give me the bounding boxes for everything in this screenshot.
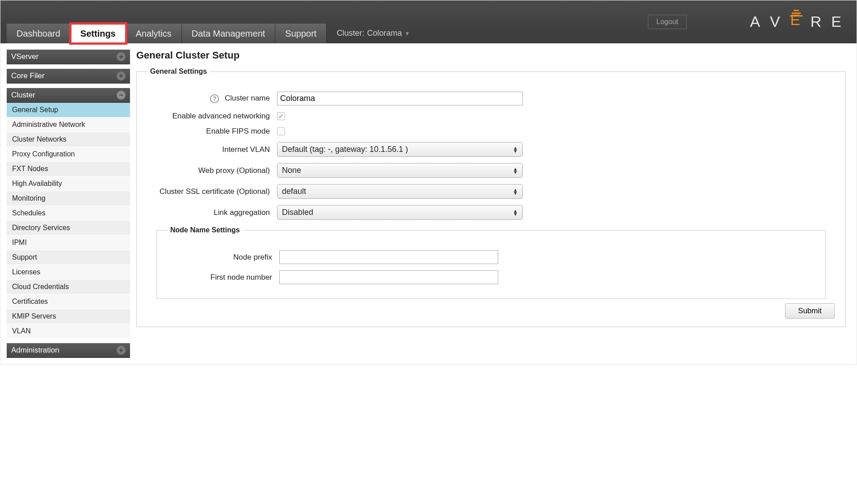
brand-logo: A V E R E: [750, 13, 843, 30]
main-content: General Cluster Setup General Settings ?…: [136, 50, 850, 358]
sidebar-item-licenses[interactable]: Licenses: [7, 265, 130, 280]
sidebar-item-vlan[interactable]: VLAN: [7, 324, 130, 339]
sidebar-section-vserver[interactable]: VServer: [7, 50, 130, 64]
updown-icon: ▲▼: [513, 210, 518, 216]
main-tabs: Dashboard Settings Analytics Data Manage…: [7, 24, 410, 43]
proxy-value: None: [282, 166, 301, 175]
tab-analytics[interactable]: Analytics: [126, 24, 182, 43]
chevron-down-icon: ▼: [404, 30, 410, 37]
logo-letter: E: [831, 13, 843, 30]
fips-checkbox[interactable]: [277, 127, 285, 135]
sidebar-section-label: Administration: [11, 346, 59, 355]
link-agg-label: Link aggregation: [147, 208, 277, 217]
plus-icon: [117, 52, 126, 61]
tab-data-management[interactable]: Data Management: [182, 24, 276, 43]
proxy-select[interactable]: None ▲▼: [277, 163, 523, 178]
general-settings-group: General Settings ? Cluster name Enable a…: [136, 67, 846, 327]
adv-networking-label: Enable advanced networking: [147, 112, 277, 121]
general-settings-legend: General Settings: [147, 67, 210, 76]
cluster-selector[interactable]: Cluster: Colorama ▼: [327, 29, 410, 43]
cluster-prefix: Cluster:: [336, 29, 364, 38]
node-settings-legend: Node Name Settings: [168, 226, 243, 234]
top-header: Logout A V E R E Dashboard Settings Anal…: [0, 0, 857, 43]
adv-networking-checkbox[interactable]: [277, 112, 285, 120]
first-node-label: First node number: [168, 273, 279, 282]
link-agg-value: Disabled: [282, 208, 313, 217]
fips-label: Enable FIPS mode: [147, 127, 277, 136]
ssl-value: default: [282, 187, 306, 196]
tab-support[interactable]: Support: [275, 24, 327, 43]
ssl-label: Cluster SSL certificate (Optional): [147, 187, 277, 196]
link-agg-select[interactable]: Disabled ▲▼: [277, 205, 523, 220]
logo-letter: A: [750, 13, 762, 30]
node-prefix-label: Node prefix: [168, 253, 279, 262]
node-prefix-input[interactable]: [279, 250, 498, 264]
logo-letter: R: [811, 13, 823, 30]
sidebar-section-cluster[interactable]: Cluster: [7, 88, 130, 103]
tab-settings[interactable]: Settings: [71, 24, 126, 43]
vlan-value: Default (tag: -, gateway: 10.1.56.1 ): [282, 145, 408, 154]
sidebar-item-proxy-config[interactable]: Proxy Configuration: [7, 147, 130, 162]
cluster-name-label: ? Cluster name: [147, 94, 277, 103]
help-icon[interactable]: ?: [210, 94, 219, 103]
submit-button[interactable]: Submit: [785, 303, 835, 319]
first-node-input[interactable]: [279, 270, 498, 284]
sidebar-item-cloud-credentials[interactable]: Cloud Credentials: [7, 280, 130, 294]
vlan-select[interactable]: Default (tag: -, gateway: 10.1.56.1 ) ▲▼: [277, 142, 523, 157]
sidebar-item-general-setup[interactable]: General Setup: [7, 103, 130, 118]
sidebar-item-cluster-networks[interactable]: Cluster Networks: [7, 132, 130, 147]
logo-letter: V: [770, 13, 782, 30]
updown-icon: ▲▼: [513, 168, 518, 174]
sidebar-section-label: Cluster: [11, 91, 35, 100]
sidebar-cluster-items: General Setup Administrative Network Clu…: [7, 103, 130, 339]
sidebar-section-label: VServer: [11, 52, 38, 61]
sidebar-item-monitoring[interactable]: Monitoring: [7, 191, 130, 206]
sidebar-section-administration[interactable]: Administration: [7, 343, 130, 358]
sidebar-section-corefiler[interactable]: Core Filer: [7, 69, 130, 84]
sidebar-item-fxt-nodes[interactable]: FXT Nodes: [7, 162, 130, 176]
ssl-select[interactable]: default ▲▼: [277, 184, 523, 199]
updown-icon: ▲▼: [513, 189, 518, 195]
logout-button[interactable]: Logout: [648, 15, 687, 29]
sidebar-item-schedules[interactable]: Schedules: [7, 206, 130, 221]
settings-sidebar: VServer Core Filer Cluster General Setup…: [7, 50, 130, 358]
updown-icon: ▲▼: [513, 147, 518, 153]
proxy-label: Web proxy (Optional): [147, 166, 277, 175]
minus-icon: [117, 91, 126, 100]
logo-letter-accent: E: [790, 17, 802, 27]
cluster-name-input[interactable]: [277, 92, 523, 105]
plus-icon: [117, 346, 126, 355]
node-name-settings-group: Node Name Settings Node prefix First nod…: [156, 226, 826, 299]
sidebar-item-kmip-servers[interactable]: KMIP Servers: [7, 309, 130, 324]
plus-icon: [117, 71, 126, 80]
sidebar-item-ipmi[interactable]: IPMI: [7, 235, 130, 250]
sidebar-item-certificates[interactable]: Certificates: [7, 294, 130, 309]
sidebar-item-support[interactable]: Support: [7, 250, 130, 265]
cluster-name: Colorama: [367, 29, 402, 38]
page-title: General Cluster Setup: [136, 50, 846, 61]
sidebar-item-high-availability[interactable]: High Availability: [7, 176, 130, 191]
sidebar-item-directory-services[interactable]: Directory Services: [7, 221, 130, 235]
vlan-label: Internet VLAN: [147, 145, 277, 154]
sidebar-section-label: Core Filer: [11, 71, 45, 80]
tab-dashboard[interactable]: Dashboard: [7, 24, 71, 43]
sidebar-item-admin-network[interactable]: Administrative Network: [7, 118, 130, 132]
